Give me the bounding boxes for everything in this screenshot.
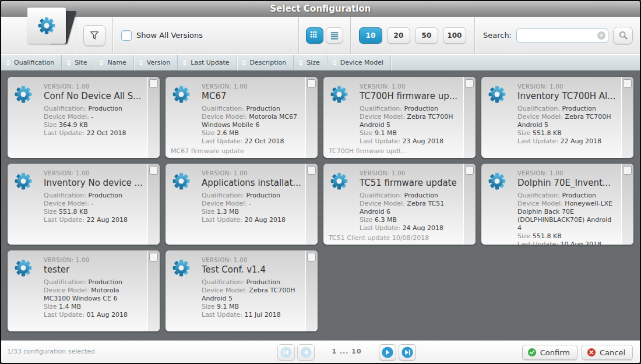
show-all-versions-checkbox[interactable] <box>121 30 132 41</box>
configuration-card[interactable]: VERSION: 1.00 tester Qualification: Prod… <box>8 250 160 331</box>
show-all-versions-label: Show All Versions <box>136 31 203 40</box>
card-side-strip <box>621 77 633 158</box>
card-version: VERSION: 1.00 <box>202 83 301 90</box>
card-version: VERSION: 1.00 <box>44 170 143 176</box>
card-select-checkbox[interactable] <box>149 253 158 261</box>
configuration-card[interactable]: VERSION: 1.00 Dolphin 70E_Invent... Qual… <box>481 164 633 245</box>
sort-arrows-icon[interactable] <box>139 60 143 66</box>
page-size-button[interactable]: 20 <box>387 27 410 44</box>
configuration-card[interactable]: VERSION: 1.00 MC67 Qualification: Produc… <box>165 77 318 158</box>
column-header[interactable]: Site <box>62 55 94 70</box>
card-qualification: Qualification: Production <box>202 192 301 200</box>
column-label: Qualification <box>14 59 54 66</box>
card-title: Applications installat... <box>202 178 301 188</box>
card-body: VERSION: 1.00 TC700H firmware up... Qual… <box>360 83 459 146</box>
card-body: VERSION: 1.00 TC51 firmware update Quali… <box>360 170 459 232</box>
gear-icon <box>38 17 55 34</box>
card-last-update: Last Update: 01 Aug 2018 <box>44 311 143 319</box>
configuration-card[interactable]: VERSION: 1.00 TC51 firmware update Quali… <box>323 164 476 245</box>
configuration-card[interactable]: VERSION: 1.00 Conf No Device All S... Qu… <box>8 77 160 158</box>
card-last-update: Last Update: 10 Aug 2018 <box>517 241 617 245</box>
confirm-button[interactable]: Confirm <box>522 345 577 360</box>
card-select-checkbox[interactable] <box>149 166 158 175</box>
next-page-button[interactable] <box>379 344 396 361</box>
search-button[interactable] <box>613 27 633 44</box>
card-size: Size 6.3 MB <box>360 216 459 224</box>
sort-arrows-icon[interactable] <box>6 60 10 66</box>
previous-page-icon <box>300 346 312 359</box>
column-header[interactable]: Name <box>94 55 133 70</box>
card-select-checkbox[interactable] <box>465 79 474 88</box>
card-description: MC67 firmware update <box>171 147 302 155</box>
toolbar: Show All Versions <box>1 17 640 54</box>
card-qualification: Qualification: Production <box>360 105 459 113</box>
card-qualification: Qualification: Production <box>517 192 617 200</box>
card-device-model: Device Model: - <box>202 200 301 208</box>
card-version: VERSION: 1.00 <box>202 170 301 176</box>
column-header[interactable]: Size <box>294 55 327 70</box>
card-select-checkbox[interactable] <box>149 79 158 88</box>
configuration-card[interactable]: VERSION: 1.00 TC700H firmware up... Qual… <box>323 77 476 158</box>
next-page-icon <box>381 346 394 359</box>
card-last-update: Last Update: 22 Aug 2018 <box>517 137 617 146</box>
card-select-checkbox[interactable] <box>623 79 632 88</box>
card-title: Conf No Device All S... <box>44 91 143 101</box>
sort-arrows-icon[interactable] <box>66 60 71 66</box>
card-size: Size 1.4 MB <box>44 303 143 311</box>
filter-button[interactable] <box>83 25 105 46</box>
card-qualification: Qualification: Production <box>517 105 617 113</box>
toolbar-separator <box>350 17 351 54</box>
column-label: Device Model <box>340 59 383 66</box>
column-header[interactable]: Last Update <box>178 55 237 70</box>
sort-arrows-icon[interactable] <box>298 60 303 66</box>
card-last-update: Last Update: 11 Jul 2018 <box>202 311 301 319</box>
card-select-checkbox[interactable] <box>307 253 316 261</box>
card-description: TC700H firmware updt... <box>329 147 460 155</box>
column-header[interactable]: Qualification <box>1 55 62 70</box>
search-input[interactable] <box>516 29 608 43</box>
configuration-card[interactable]: VERSION: 1.00 Inventory TC700H Al... Qua… <box>481 77 633 158</box>
card-side-strip <box>147 77 160 158</box>
card-select-checkbox[interactable] <box>307 79 316 88</box>
card-device-model: Device Model: Honeywell-LXE Dolphin Back… <box>517 200 617 232</box>
page-size-group: 10 20 50 100 <box>357 27 469 44</box>
configuration-gear-icon <box>330 86 348 105</box>
configuration-card[interactable]: VERSION: 1.00 Applications installat... … <box>165 164 318 245</box>
page-size-button[interactable]: 50 <box>415 27 438 44</box>
previous-page-button[interactable] <box>297 344 315 361</box>
configuration-card[interactable]: VERSION: 1.00 Inventory No device ... Qu… <box>8 164 160 245</box>
list-view-button[interactable] <box>326 27 343 44</box>
card-version: VERSION: 1.00 <box>517 83 617 90</box>
column-header[interactable]: Device Model <box>327 55 391 70</box>
card-qualification: Qualification: Production <box>202 105 301 113</box>
card-body: VERSION: 1.00 tester Qualification: Prod… <box>44 257 143 319</box>
configuration-gear-icon <box>172 86 190 105</box>
configuration-gear-icon <box>15 259 32 279</box>
sort-arrows-icon[interactable] <box>99 60 104 66</box>
column-header[interactable]: Description <box>237 55 294 70</box>
card-select-checkbox[interactable] <box>623 166 632 175</box>
page-size-button[interactable]: 10 <box>359 27 382 44</box>
footer-bar: 1/33 configuration selected 1 ... 10 <box>1 340 640 363</box>
main-area: VERSION: 1.00 Conf No Device All S... Qu… <box>1 71 640 340</box>
card-side-strip <box>621 164 633 245</box>
last-page-button[interactable] <box>399 344 416 361</box>
sort-arrows-icon[interactable] <box>182 60 187 66</box>
column-label: Name <box>107 59 126 66</box>
toolbar-separator <box>112 17 113 54</box>
page-size-label: 10 <box>366 31 376 40</box>
sort-arrows-icon[interactable] <box>332 60 337 66</box>
card-select-checkbox[interactable] <box>307 166 316 175</box>
first-page-button[interactable] <box>277 344 295 361</box>
card-device-model: Device Model: Zebra TC700H Android 5 <box>202 287 301 303</box>
card-size: Size 551.8 KB <box>517 232 617 241</box>
configuration-card[interactable]: VERSION: 1.00 Test Conf. v1.4 Qualificat… <box>165 250 318 331</box>
column-header[interactable]: Version <box>134 55 178 70</box>
page-size-button[interactable]: 100 <box>443 27 466 44</box>
clear-search-icon[interactable]: ✕ <box>597 31 605 40</box>
cancel-button[interactable]: Cancel <box>582 345 633 360</box>
card-select-checkbox[interactable] <box>465 166 474 175</box>
cancel-x-icon <box>587 348 596 357</box>
sort-arrows-icon[interactable] <box>242 60 246 66</box>
grid-view-button[interactable] <box>306 27 323 44</box>
